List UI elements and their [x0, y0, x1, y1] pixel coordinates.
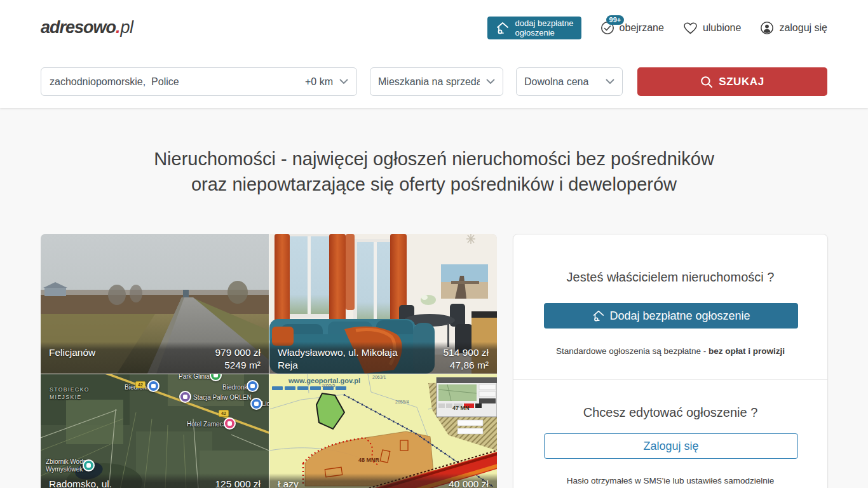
- category-select[interactable]: Mieszkania na sprzeda: [370, 67, 503, 96]
- owner-note-text: Standardowe ogłoszenia są bezpłatne -: [556, 346, 709, 356]
- listing-card-radomsko[interactable]: STOBIECKO MIEJSKIE Biedronka Park Glinia…: [41, 374, 269, 488]
- listing-overlay: Łazy 40 000 zł: [269, 473, 497, 488]
- login-link[interactable]: zaloguj się: [760, 21, 827, 35]
- add-free-listing-button[interactable]: Dodaj bezpłatne ogłoszenie: [544, 303, 798, 329]
- logo-tld: pl: [121, 18, 133, 37]
- owner-title: Jesteś właścicielem nieruchomości ?: [544, 270, 797, 285]
- route-shield: 42: [219, 410, 229, 417]
- owner-note-bold: bez opłat i prowizji: [709, 346, 785, 356]
- listing-area: 47,86 m²: [443, 359, 489, 372]
- owner-section: Jesteś właścicielem nieruchomości ? Doda…: [513, 234, 827, 379]
- radius-value[interactable]: +0 km: [305, 76, 333, 88]
- map-label-fuel: Stacja Paliw ORLEN: [193, 394, 252, 402]
- add-free-listing-label: Dodaj bezpłatne ogłoszenie: [609, 309, 750, 323]
- logo[interactable]: adresowo.pl: [41, 18, 133, 37]
- listing-overlay: Władysławowo, ul. Mikołaja Reja 514 900 …: [269, 342, 497, 374]
- listing-price-area: 979 000 zł 5249 m²: [215, 346, 261, 369]
- price-select[interactable]: Dowolna cena: [516, 67, 623, 96]
- search-button[interactable]: SZUKAJ: [637, 67, 827, 96]
- page-title: Nieruchomości - najwięcej ogłoszeń nieru…: [0, 146, 868, 197]
- geoportal-toolbar: [272, 386, 346, 390]
- listing-price: 40 000 zł: [449, 478, 489, 488]
- parcel-number: 2063/1: [372, 375, 386, 379]
- listing-overlay: Radomsko, ul. 125 000 zł: [41, 473, 269, 488]
- listing-price-area: 514 900 zł 47,86 m²: [443, 346, 489, 369]
- viewed-label: obejrzane: [620, 22, 664, 34]
- map-marker-shop2-icon: [247, 380, 259, 392]
- zone-label-47mn: 47 MN: [452, 405, 470, 411]
- map-marker-shop3-icon: [250, 398, 262, 410]
- edit-title: Chcesz edytować ogłoszenie ?: [544, 405, 797, 420]
- user-icon: [760, 21, 774, 35]
- page-title-line1: Nieruchomości - najwięcej ogłoszeń nieru…: [0, 146, 868, 172]
- house-plus-icon: [592, 309, 606, 323]
- listing-price: 514 900 zł: [443, 346, 489, 359]
- login-button[interactable]: Zaloguj się: [544, 433, 798, 459]
- login-label: zaloguj się: [779, 22, 827, 34]
- page: adresowo.pl dodaj bezpłatne ogłoszenie: [0, 0, 868, 488]
- listing-name: Radomsko, ul.: [49, 478, 112, 488]
- chevron-down-icon: [606, 79, 614, 85]
- listing-zoning-map: [269, 374, 497, 488]
- chevron-down-icon: [486, 79, 495, 85]
- edit-note: Hasło otrzymałeś w SMS'ie lub ustawiłeś …: [544, 476, 797, 485]
- parcel-number: 2055/5: [322, 383, 335, 388]
- map-marker-fuel-icon: [179, 391, 191, 403]
- map-label-district-line1: STOBIECKO: [50, 386, 90, 393]
- edit-section: Chcesz edytować ogłoszenie ? Zaloguj się…: [513, 380, 827, 485]
- favorites-link[interactable]: ulubione: [683, 22, 742, 35]
- heart-icon: [683, 22, 698, 35]
- header: adresowo.pl dodaj bezpłatne ogłoszenie: [0, 0, 868, 108]
- map-label-lake-line2: Wymysłówek: [46, 466, 83, 473]
- route-shield: 42: [135, 381, 146, 388]
- logo-dot: .: [116, 18, 121, 37]
- map-label-district-line2: MIEJSKIE: [50, 394, 82, 400]
- logo-name: adresowo: [41, 18, 116, 37]
- listing-price: 979 000 zł: [215, 346, 261, 359]
- zone-label-48mnr: 48 MNR: [358, 457, 379, 463]
- viewed-link[interactable]: 99+ obejrzane: [600, 21, 664, 35]
- listing-price-area: 40 000 zł: [449, 478, 489, 488]
- owner-panel: Jesteś właścicielem nieruchomości ? Doda…: [513, 234, 828, 488]
- add-listing-button[interactable]: dodaj bezpłatne ogłoszenie: [487, 17, 581, 39]
- listing-name: Felicjanów: [49, 346, 95, 369]
- owner-note: Standardowe ogłoszenia są bezpłatne - be…: [544, 346, 797, 379]
- map-label-shop3: Lidl: [262, 400, 269, 408]
- listing-card-lazy[interactable]: www.geoportal.gov.pl 48 MNR 47 MN 2063/1…: [269, 374, 497, 488]
- page-title-line2: oraz niepowtarzające się oferty pośredni…: [0, 172, 868, 197]
- map-marker-lake-icon: [83, 459, 95, 471]
- map-marker-hotel-icon: [224, 417, 236, 430]
- add-listing-label: dodaj bezpłatne ogłoszenie: [515, 18, 574, 37]
- listing-overlay: Felicjanów 979 000 zł 5249 m²: [41, 342, 269, 374]
- listing-card-felicjanow[interactable]: Felicjanów 979 000 zł 5249 m²: [41, 234, 269, 374]
- map-marker-shop-icon: [147, 380, 159, 392]
- location-input[interactable]: [50, 76, 305, 88]
- house-plus-icon: [495, 20, 510, 36]
- chevron-down-icon[interactable]: [339, 79, 348, 85]
- search-button-label: SZUKAJ: [719, 76, 764, 88]
- category-value: Mieszkania na sprzeda: [378, 76, 480, 88]
- location-field: +0 km: [41, 67, 357, 96]
- price-value: Dowolna cena: [524, 76, 588, 88]
- listing-card-wladyslawowo[interactable]: Władysławowo, ul. Mikołaja Reja 514 900 …: [269, 234, 497, 374]
- listing-price: 125 000 zł: [215, 478, 261, 488]
- listing-name: Władysławowo, ul. Mikołaja Reja: [278, 346, 398, 369]
- listing-price-area: 125 000 zł: [215, 478, 261, 488]
- header-actions: dodaj bezpłatne ogłoszenie 99+ obejrzane…: [487, 17, 827, 39]
- listing-name: Łazy: [278, 478, 299, 488]
- parcel-number: 2055/4: [395, 400, 409, 404]
- map-label-district: STOBIECKO MIEJSKIE: [50, 386, 90, 401]
- favorites-label: ulubione: [703, 22, 742, 34]
- search-icon: [700, 76, 713, 88]
- viewed-count-badge: 99+: [606, 15, 625, 25]
- listing-area: 5249 m²: [215, 359, 261, 372]
- search-bar: +0 km Mieszkania na sprzeda Dowolna cena: [41, 67, 827, 96]
